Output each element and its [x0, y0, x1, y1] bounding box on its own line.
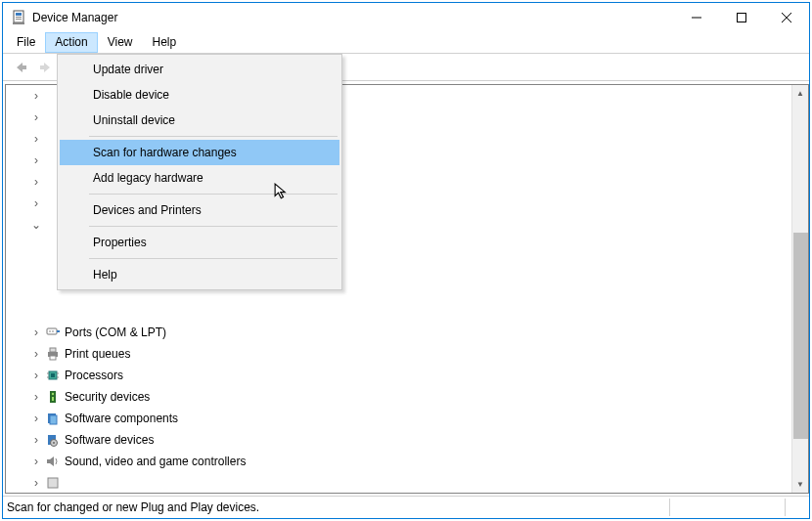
menuitem-update-driver[interactable]: Update driver — [60, 57, 339, 82]
svg-rect-9 — [47, 328, 57, 334]
tree-row-software-devices[interactable]: › Software devices — [6, 429, 790, 451]
tree-row-software-components[interactable]: › Software components — [6, 408, 790, 429]
close-button[interactable] — [764, 3, 809, 32]
tree-label: Software components — [65, 412, 178, 425]
svg-point-23 — [52, 393, 54, 395]
device-manager-app-icon — [11, 10, 26, 25]
tree-row-sound[interactable]: › Sound, video and game controllers — [6, 451, 790, 472]
menu-separator — [89, 194, 338, 195]
menu-help[interactable]: Help — [143, 32, 187, 53]
scroll-down-button[interactable]: ▼ — [792, 476, 808, 493]
processor-icon — [45, 368, 61, 383]
expand-glyph[interactable]: › — [29, 347, 43, 361]
expand-glyph[interactable]: › — [29, 412, 43, 425]
tree-row-security[interactable]: › Security devices — [6, 386, 790, 408]
window-title: Device Manager — [32, 11, 674, 24]
expand-glyph[interactable]: › — [29, 476, 43, 490]
tree-label: Ports (COM & LPT) — [65, 326, 166, 339]
tree-row-print-queues[interactable]: › Print queues — [6, 343, 790, 365]
svg-rect-17 — [51, 373, 55, 377]
svg-point-29 — [53, 442, 55, 444]
menu-separator — [89, 226, 338, 227]
mouse-cursor-icon — [274, 183, 292, 200]
svg-rect-14 — [50, 348, 56, 352]
tree-row-ports[interactable]: › Ports (COM & LPT) — [6, 322, 790, 343]
svg-rect-15 — [50, 356, 56, 360]
device-icon — [45, 475, 61, 491]
expand-glyph[interactable]: › — [29, 326, 43, 339]
statusbar-separator — [669, 499, 670, 516]
statusbar-text: Scan for changed or new Plug and Play de… — [7, 500, 259, 514]
action-dropdown-menu: Update driver Disable device Uninstall d… — [57, 54, 342, 290]
menuitem-disable-device[interactable]: Disable device — [60, 82, 339, 108]
expand-glyph[interactable]: › — [29, 89, 43, 103]
expand-glyph[interactable]: › — [29, 433, 43, 447]
expand-glyph[interactable]: › — [29, 153, 43, 167]
statusbar-separator — [785, 499, 786, 516]
vertical-scrollbar[interactable]: ▲ ▼ — [791, 85, 808, 493]
expand-glyph[interactable]: › — [29, 175, 43, 189]
svg-rect-6 — [738, 14, 746, 22]
svg-rect-26 — [50, 415, 57, 424]
menu-separator — [89, 258, 338, 259]
expand-glyph[interactable]: › — [29, 369, 43, 382]
tree-label: Processors — [65, 369, 123, 382]
svg-rect-12 — [57, 330, 60, 332]
svg-rect-30 — [48, 478, 58, 488]
speaker-icon — [45, 454, 61, 469]
software-device-icon — [45, 432, 61, 448]
menuitem-uninstall-device[interactable]: Uninstall device — [60, 108, 339, 133]
tree-row-processors[interactable]: › Processors — [6, 365, 790, 386]
svg-rect-4 — [13, 22, 24, 24]
forward-button[interactable] — [34, 57, 58, 78]
menuitem-scan-hardware[interactable]: Scan for hardware changes — [60, 140, 339, 165]
menu-view[interactable]: View — [98, 32, 143, 53]
expand-glyph[interactable]: › — [29, 390, 43, 404]
svg-rect-2 — [16, 17, 22, 18]
menuitem-devices-printers[interactable]: Devices and Printers — [60, 197, 339, 223]
expand-glyph[interactable]: › — [29, 196, 43, 210]
expand-glyph[interactable]: › — [29, 132, 43, 146]
expand-glyph[interactable]: › — [29, 110, 43, 124]
menuitem-add-legacy[interactable]: Add legacy hardware — [60, 165, 339, 191]
security-icon — [45, 389, 61, 405]
software-component-icon — [45, 411, 61, 426]
svg-rect-1 — [16, 13, 22, 16]
menuitem-help[interactable]: Help — [60, 262, 339, 287]
tree-label: Print queues — [65, 347, 130, 361]
tree-label: Security devices — [65, 390, 150, 404]
expand-glyph-down[interactable]: ⌄ — [29, 218, 43, 232]
menuitem-properties[interactable]: Properties — [60, 230, 339, 255]
svg-rect-3 — [16, 19, 22, 20]
ports-icon — [45, 325, 61, 340]
menu-action[interactable]: Action — [45, 32, 97, 53]
statusbar: Scan for changed or new Plug and Play de… — [3, 496, 809, 518]
printer-icon — [45, 346, 61, 362]
tree-row-hidden[interactable] — [6, 300, 790, 322]
scrollbar-thumb[interactable] — [793, 233, 808, 439]
titlebar: Device Manager — [3, 3, 809, 32]
menubar: File Action View Help — [3, 32, 809, 54]
tree-label: Software devices — [65, 433, 154, 447]
maximize-button[interactable] — [719, 3, 764, 32]
menu-file[interactable]: File — [7, 32, 45, 53]
svg-point-10 — [49, 330, 51, 332]
svg-point-11 — [52, 330, 54, 332]
back-button[interactable] — [9, 57, 32, 78]
device-manager-window: Device Manager File Action View Help — [2, 2, 810, 519]
menu-separator — [89, 136, 338, 137]
tree-label: Sound, video and game controllers — [65, 455, 246, 468]
expand-glyph[interactable]: › — [29, 455, 43, 468]
scroll-up-button[interactable]: ▲ — [792, 85, 808, 102]
svg-rect-24 — [52, 397, 54, 401]
window-controls — [674, 3, 809, 32]
tree-row-cutoff[interactable]: › — [6, 472, 790, 494]
minimize-button[interactable] — [674, 3, 719, 32]
